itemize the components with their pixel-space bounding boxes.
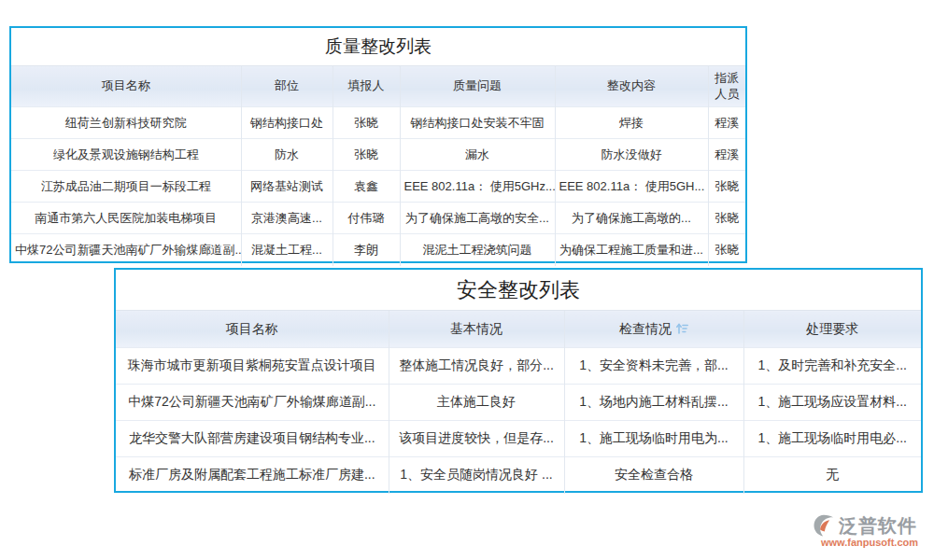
- content-cell: 防水没做好: [555, 139, 708, 171]
- issue-cell: 漏水: [400, 139, 555, 171]
- table-row: 珠海市城市更新项目紫桐苑安置点设计项目 整体施工情况良好，部分... 1、安全资…: [116, 348, 921, 385]
- table-row: 龙华交警大队部营房建设项目钢结构专业... 该项目进度较快，但是存... 1、施…: [116, 421, 921, 457]
- quality-table: 项目名称 部位 填报人 质量问题 整改内容 指派人员 纽荷兰创新科技研究院 钢结…: [11, 65, 745, 266]
- project-name-link[interactable]: 中煤72公司新疆天池南矿厂外输煤廊道副...: [11, 234, 241, 266]
- reporter-cell: 张晓: [333, 107, 400, 139]
- handling-cell: 1、及时完善和补充安全...: [743, 348, 921, 385]
- project-name-link[interactable]: 标准厂房及附属配套工程施工标准厂房建...: [116, 457, 389, 494]
- issue-cell: EEE 802.11a： 使用5GHz...: [400, 171, 555, 203]
- reporter-cell: 袁鑫: [333, 171, 400, 203]
- quality-table-header-row: 项目名称 部位 填报人 质量问题 整改内容 指派人员: [11, 66, 745, 107]
- table-row: 南通市第六人民医院加装电梯项目 京港澳高速... 付伟璐 为了确保施工高墩的安全…: [11, 203, 745, 234]
- basic-situation-cell: 整体施工情况良好，部分...: [389, 348, 564, 385]
- part-cell: 网络基站测试: [241, 171, 333, 203]
- part-cell: 钢结构接口处: [241, 107, 333, 139]
- quality-rectification-panel: 质量整改列表 项目名称 部位 填报人 质量问题 整改内容 指派人员 纽荷兰创新科…: [9, 26, 747, 263]
- fanpu-logo-icon: [811, 512, 837, 539]
- inspection-header-label: 检查情况: [619, 321, 672, 336]
- inspection-cell: 1、场地内施工材料乱摆...: [564, 385, 743, 421]
- inspection-cell: 1、安全资料未完善，部...: [564, 348, 743, 385]
- content-cell: 为确保工程施工质量和进...: [555, 234, 708, 266]
- project-name-link[interactable]: 纽荷兰创新科技研究院: [11, 107, 241, 139]
- col-header-rectify-content: 整改内容: [555, 66, 708, 107]
- col-header-part: 部位: [241, 66, 333, 107]
- col-header-handling-requirement: 处理要求: [743, 311, 921, 348]
- issue-cell: 为了确保施工高墩的安全...: [400, 203, 555, 234]
- project-name-link[interactable]: 绿化及景观设施钢结构工程: [11, 139, 241, 171]
- project-name-link[interactable]: 龙华交警大队部营房建设项目钢结构专业...: [116, 421, 389, 457]
- assignee-cell: 张晓: [708, 171, 745, 203]
- safety-rectification-panel: 安全整改列表 项目名称 基本情况 检查情况 处理要求 珠海市城市更新项目紫桐苑安…: [114, 268, 923, 493]
- reporter-cell: 李朗: [333, 234, 400, 266]
- content-cell: 为了确保施工高墩的...: [555, 203, 708, 234]
- reporter-cell: 张晓: [333, 139, 400, 171]
- table-row: 中煤72公司新疆天池南矿厂外输煤廊道副... 混凝土工程... 李朗 混泥土工程…: [11, 234, 745, 266]
- inspection-cell: 1、施工现场临时用电为...: [564, 421, 743, 457]
- assignee-cell: 张晓: [708, 203, 745, 234]
- reporter-cell: 付伟璐: [333, 203, 400, 234]
- project-name-link[interactable]: 珠海市城市更新项目紫桐苑安置点设计项目: [116, 348, 389, 385]
- col-header-project-name: 项目名称: [116, 311, 389, 348]
- basic-situation-cell: 1、安全员随岗情况良好 ...: [389, 457, 564, 494]
- col-header-reporter: 填报人: [333, 66, 400, 107]
- assignee-cell: 张晓: [708, 234, 745, 266]
- project-name-link[interactable]: 南通市第六人民医院加装电梯项目: [11, 203, 241, 234]
- issue-cell: 混泥土工程浇筑问题: [400, 234, 555, 266]
- part-cell: 混凝土工程...: [241, 234, 333, 266]
- table-row: 绿化及景观设施钢结构工程 防水 张晓 漏水 防水没做好 程溪: [11, 139, 745, 171]
- safety-table-title: 安全整改列表: [116, 270, 921, 310]
- col-header-inspection-status: 检查情况: [564, 311, 743, 348]
- table-row: 纽荷兰创新科技研究院 钢结构接口处 张晓 钢结构接口处安装不牢固 焊接 程溪: [11, 107, 745, 139]
- brand-watermark: 泛普软件 www.fanpusoft.com: [811, 512, 928, 548]
- handling-cell: 无: [743, 457, 921, 494]
- sort-ascending-icon[interactable]: [676, 322, 688, 337]
- basic-situation-cell: 主体施工良好: [389, 385, 564, 421]
- safety-table: 项目名称 基本情况 检查情况 处理要求 珠海市城市更新项目紫桐苑安置点设计项目 …: [116, 310, 921, 494]
- col-header-quality-issue: 质量问题: [400, 66, 555, 107]
- quality-table-title: 质量整改列表: [11, 28, 745, 65]
- inspection-cell: 安全检查合格: [564, 457, 743, 494]
- content-cell: 焊接: [555, 107, 708, 139]
- part-cell: 防水: [241, 139, 333, 171]
- assignee-cell: 程溪: [708, 139, 745, 171]
- issue-cell: 钢结构接口处安装不牢固: [400, 107, 555, 139]
- part-cell: 京港澳高速...: [241, 203, 333, 234]
- basic-situation-cell: 该项目进度较快，但是存...: [389, 421, 564, 457]
- assignee-cell: 程溪: [708, 107, 745, 139]
- brand-url[interactable]: www.fanpusoft.com: [811, 537, 928, 548]
- handling-cell: 1、施工现场应设置材料...: [743, 385, 921, 421]
- safety-table-header-row: 项目名称 基本情况 检查情况 处理要求: [116, 311, 921, 348]
- content-cell: EEE 802.11a： 使用5GH...: [555, 171, 708, 203]
- col-header-assignee: 指派人员: [708, 66, 745, 107]
- project-name-link[interactable]: 江苏成品油二期项目一标段工程: [11, 171, 241, 203]
- handling-cell: 1、施工现场临时用电必...: [743, 421, 921, 457]
- col-header-basic-situation: 基本情况: [389, 311, 564, 348]
- table-row: 江苏成品油二期项目一标段工程 网络基站测试 袁鑫 EEE 802.11a： 使用…: [11, 171, 745, 203]
- col-header-project-name: 项目名称: [11, 66, 241, 107]
- table-row: 中煤72公司新疆天池南矿厂外输煤廊道副... 主体施工良好 1、场地内施工材料乱…: [116, 385, 921, 421]
- table-row: 标准厂房及附属配套工程施工标准厂房建... 1、安全员随岗情况良好 ... 安全…: [116, 457, 921, 494]
- project-name-link[interactable]: 中煤72公司新疆天池南矿厂外输煤廊道副...: [116, 385, 389, 421]
- brand-name: 泛普软件: [839, 512, 917, 539]
